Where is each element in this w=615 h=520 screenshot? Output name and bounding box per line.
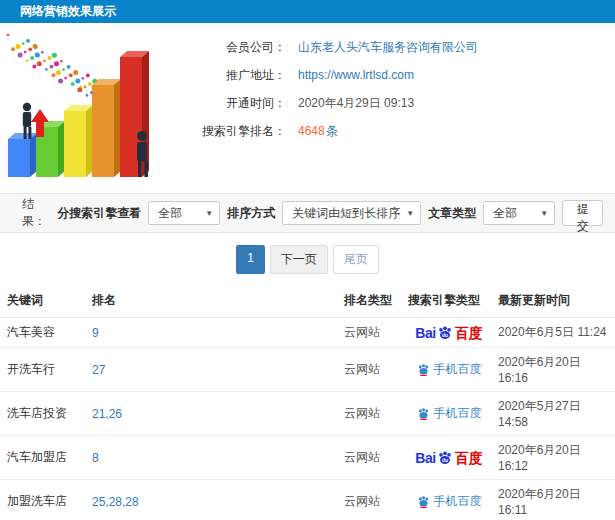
page-1-button[interactable]: 1 [236,245,265,274]
results-table-body: 汽车美容9云网站Baidu百度2020年6月5日 11:24开洗车行27云网站手… [0,318,615,520]
col-rank-type: 排名类型 [340,285,404,318]
table-row: 加盟洗车店25,28,28云网站手机百度2020年6月20日 16:11 [0,480,615,520]
engine-filter-value: 全部 [158,206,182,220]
type-filter-select[interactable]: 全部 ▼ [483,201,555,225]
rank-cell[interactable]: 25,28,28 [88,480,340,520]
page-header-bar: 网络营销效果展示 [0,0,615,23]
col-engine-type: 搜索引擎类型 [404,285,494,318]
open-time-value: 2020年4月29日 09:13 [298,95,414,112]
filter-controls: 分搜索引擎查看 全部 ▼ 排序方式 关键词由短到长排序 ▼ 文章类型 全部 ▼ … [57,200,603,226]
submit-button[interactable]: 提交 [562,200,603,226]
mobile-baidu-logo: 手机百度 [417,493,482,510]
baidu-paw-icon [417,495,430,508]
engine-type-cell: 手机百度 [404,348,494,392]
engine-filter-select[interactable]: 全部 ▼ [148,201,220,225]
col-rank: 排名 [88,285,340,318]
sort-filter-value: 关键词由短到长排序 [292,206,400,220]
engine-rank-label: 搜索引擎排名： [168,123,286,140]
rank-cell[interactable]: 27 [88,348,340,392]
keyword-cell: 加盟洗车店 [0,480,88,520]
sort-filter-select[interactable]: 关键词由短到长排序 ▼ [282,201,421,225]
baidu-paw-icon: du [437,325,453,341]
table-header-row: 关键词 排名 排名类型 搜索引擎类型 最新更新时间 [0,285,615,318]
open-time-row: 开通时间： 2020年4月29日 09:13 [168,89,478,117]
engine-rank-unit: 条 [326,124,338,138]
member-company-label: 会员公司： [168,39,286,56]
engine-rank-value: 4648条 [298,123,338,140]
keyword-cell: 开洗车行 [0,348,88,392]
growth-chart-illustration [4,27,156,192]
promo-url-label: 推广地址： [168,67,286,84]
updated-time-cell: 2020年5月27日 14:58 [494,392,615,436]
filter-bar: 结果： 分搜索引擎查看 全部 ▼ 排序方式 关键词由短到长排序 ▼ 文章类型 全… [0,193,615,233]
updated-time-cell: 2020年6月20日 16:12 [494,436,615,480]
baidu-paw-icon [417,407,430,420]
svg-text:du: du [442,332,448,337]
rank-cell[interactable]: 8 [88,436,340,480]
rank-type-cell: 云网站 [340,318,404,348]
rank-type-cell: 云网站 [340,392,404,436]
updated-time-cell: 2020年6月5日 11:24 [494,318,615,348]
type-filter-value: 全部 [493,206,517,220]
chevron-down-icon: ▼ [205,203,213,225]
table-row: 汽车加盟店8云网站Baidu百度2020年6月20日 16:12 [0,436,615,480]
engine-type-cell: Baidu百度 [404,436,494,480]
open-time-label: 开通时间： [168,95,286,112]
keyword-cell: 洗车店投资 [0,392,88,436]
chevron-down-icon: ▼ [540,203,548,225]
member-company-row: 会员公司： 山东老人头汽车服务咨询有限公司 [168,33,478,61]
rank-type-cell: 云网站 [340,480,404,520]
result-label: 结果： [22,196,57,230]
rank-type-cell: 云网站 [340,436,404,480]
rank-type-cell: 云网站 [340,348,404,392]
updated-time-cell: 2020年6月20日 16:11 [494,480,615,520]
col-updated: 最新更新时间 [494,285,615,318]
baidu-paw-icon [417,363,430,376]
engine-rank-row: 搜索引擎排名： 4648条 [168,117,478,145]
company-info-panel: 会员公司： 山东老人头汽车服务咨询有限公司 推广地址： https://www.… [0,23,615,193]
engine-type-cell: 手机百度 [404,392,494,436]
engine-type-cell: Baidu百度 [404,318,494,348]
page-title: 网络营销效果展示 [20,4,116,18]
svg-text:du: du [442,457,448,462]
engine-filter-label: 分搜索引擎查看 [57,205,141,222]
baidu-logo: Baidu百度 [415,325,482,341]
results-table: 关键词 排名 排名类型 搜索引擎类型 最新更新时间 汽车美容9云网站Baidu百… [0,285,615,520]
promo-url-row: 推广地址： https://www.lrtlsd.com [168,61,478,89]
chevron-down-icon: ▼ [406,203,414,225]
table-row: 汽车美容9云网站Baidu百度2020年6月5日 11:24 [0,318,615,348]
baidu-paw-icon: du [437,450,453,466]
member-company-link[interactable]: 山东老人头汽车服务咨询有限公司 [298,39,478,56]
engine-type-cell: 手机百度 [404,480,494,520]
rank-cell[interactable]: 21,26 [88,392,340,436]
last-page-button[interactable]: 尾页 [333,245,379,274]
type-filter-label: 文章类型 [428,205,476,222]
baidu-logo: Baidu百度 [415,450,482,466]
table-row: 开洗车行27云网站手机百度2020年6月20日 16:16 [0,348,615,392]
rank-cell[interactable]: 9 [88,318,340,348]
keyword-cell: 汽车美容 [0,318,88,348]
company-info-list: 会员公司： 山东老人头汽车服务咨询有限公司 推广地址： https://www.… [168,33,478,145]
promo-url-link[interactable]: https://www.lrtlsd.com [298,68,414,82]
mobile-baidu-logo: 手机百度 [417,405,482,422]
updated-time-cell: 2020年6月20日 16:16 [494,348,615,392]
engine-rank-count: 4648 [298,124,325,138]
next-page-button[interactable]: 下一页 [270,245,328,274]
table-row: 洗车店投资21,26云网站手机百度2020年5月27日 14:58 [0,392,615,436]
col-keyword: 关键词 [0,285,88,318]
keyword-cell: 汽车加盟店 [0,436,88,480]
sort-filter-label: 排序方式 [227,205,275,222]
confetti-dots [7,34,100,97]
pagination: 1 下一页 尾页 [0,245,615,274]
mobile-baidu-logo: 手机百度 [417,361,482,378]
